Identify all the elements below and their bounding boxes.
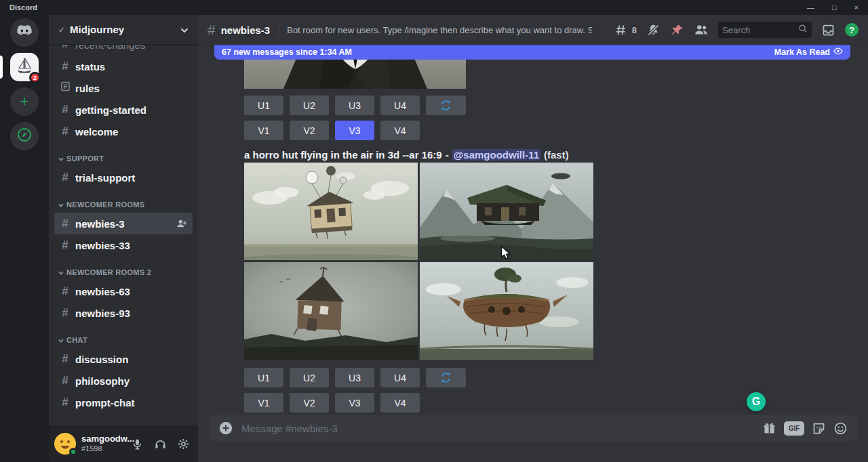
v3-button-active[interactable]: V3 xyxy=(335,121,374,140)
u1-button[interactable]: U1 xyxy=(244,368,283,387)
search-box xyxy=(718,22,812,38)
prompt-dash: - xyxy=(446,149,449,161)
generated-image-grid xyxy=(244,163,593,360)
channel-philosophy[interactable]: # philosophy xyxy=(54,370,193,392)
gift-icon[interactable] xyxy=(762,421,776,436)
hash-icon: # xyxy=(60,285,71,298)
v1-button[interactable]: V1 xyxy=(244,121,283,140)
help-button[interactable]: ? xyxy=(845,23,859,37)
channel-newbies-93[interactable]: # newbies-93 xyxy=(54,302,193,324)
window-titlebar: Discord — □ × xyxy=(0,0,868,15)
threads-icon[interactable] xyxy=(614,23,628,37)
prompt-text: a horro hut flying in the air in 3d --ar… xyxy=(244,149,442,161)
generated-image-3[interactable] xyxy=(244,262,418,360)
channel-discussion[interactable]: # discussion xyxy=(54,348,193,370)
v4-button[interactable]: V4 xyxy=(380,393,420,413)
generated-image-2[interactable] xyxy=(420,163,593,260)
username: samgoodw... xyxy=(81,434,122,444)
channel-recent-changes[interactable]: # recent-changes xyxy=(54,45,193,56)
u3-button[interactable]: U3 xyxy=(335,368,374,387)
chevron-down-icon xyxy=(58,268,64,276)
server-name: Midjourney xyxy=(70,24,124,35)
u4-button[interactable]: U4 xyxy=(380,368,420,387)
channel-newbies-3[interactable]: # newbies-3 xyxy=(54,213,193,234)
plus-icon: + xyxy=(20,94,29,109)
compass-icon xyxy=(16,127,33,146)
u2-button[interactable]: U2 xyxy=(290,368,329,387)
v1-button[interactable]: V1 xyxy=(244,393,283,413)
window-close-button[interactable]: × xyxy=(854,0,859,15)
user-mention[interactable]: @samgoodwill-11 xyxy=(452,149,540,161)
v4-button[interactable]: V4 xyxy=(380,121,420,140)
v3-button[interactable]: V3 xyxy=(335,393,374,413)
server-unread-badge: 2 xyxy=(29,72,41,83)
rules-icon xyxy=(60,81,71,95)
microphone-icon[interactable] xyxy=(127,434,146,453)
member-list-icon[interactable] xyxy=(694,22,709,37)
pinned-messages-icon[interactable] xyxy=(670,23,684,37)
chevron-down-icon xyxy=(58,154,64,163)
section-support[interactable]: SUPPORT xyxy=(49,150,198,167)
u3-button[interactable]: U3 xyxy=(335,96,374,115)
generated-image-4[interactable] xyxy=(420,262,593,360)
explore-servers-button[interactable] xyxy=(10,122,39,150)
discord-home-button[interactable] xyxy=(10,18,39,47)
notifications-muted-icon[interactable] xyxy=(646,23,660,37)
message-composer: GIF xyxy=(209,415,857,441)
eye-icon xyxy=(833,47,843,57)
generation-mode: (fast) xyxy=(544,149,569,161)
reroll-button[interactable] xyxy=(426,96,466,115)
channel-prompt-chat[interactable]: # prompt-chat xyxy=(54,392,193,413)
channel-newbies-63[interactable]: # newbies-63 xyxy=(54,280,193,302)
window-maximize-button[interactable]: □ xyxy=(832,0,837,15)
headphones-icon[interactable] xyxy=(151,434,170,453)
search-input[interactable] xyxy=(722,25,795,35)
chevron-down-icon xyxy=(180,24,189,35)
upscale-button-row-prev: U1 U2 U3 U4 xyxy=(244,96,466,115)
message-input[interactable] xyxy=(241,423,754,434)
inbox-icon[interactable] xyxy=(821,23,835,37)
channel-getting-started[interactable]: # getting-started xyxy=(54,99,193,121)
add-server-button[interactable]: + xyxy=(10,87,39,116)
channel-status[interactable]: # status xyxy=(54,56,193,77)
channel-sidebar: ✓ Midjourney # recent-changes # status r… xyxy=(49,15,198,462)
server-icon-midjourney[interactable]: 2 xyxy=(10,53,39,81)
variation-button-row-prev: V1 V2 V3 V4 xyxy=(244,121,420,140)
message-prompt: a horro hut flying in the air in 3d --ar… xyxy=(244,149,569,161)
channel-title: newbies-3 xyxy=(221,24,271,36)
window-controls: — □ × xyxy=(807,0,859,15)
user-info[interactable]: samgoodw... #1598 xyxy=(81,434,122,453)
emoji-picker-icon[interactable] xyxy=(833,421,848,436)
variation-button-row: V1 V2 V3 V4 xyxy=(244,393,420,413)
section-chat[interactable]: CHAT xyxy=(49,332,198,348)
u4-button[interactable]: U4 xyxy=(380,96,420,115)
mark-as-read-button[interactable]: Mark As Read xyxy=(774,47,843,57)
hash-icon: # xyxy=(60,45,71,51)
channel-newbies-33[interactable]: # newbies-33 xyxy=(54,234,193,256)
chevron-down-icon xyxy=(58,201,64,209)
channel-welcome[interactable]: # welcome xyxy=(54,121,193,142)
section-newcomer-rooms[interactable]: NEWCOMER ROOMS xyxy=(49,196,198,213)
section-newcomer-rooms-2[interactable]: NEWCOMER ROOMS 2 xyxy=(49,264,198,280)
reroll-button[interactable] xyxy=(426,368,466,387)
channel-rules[interactable]: rules xyxy=(54,77,193,99)
hash-icon: # xyxy=(60,374,71,387)
generated-image-1[interactable] xyxy=(244,163,418,260)
v2-button[interactable]: V2 xyxy=(290,393,329,413)
chat-main: # newbies-3 Bot room for new users. Type… xyxy=(198,15,868,462)
channel-topic[interactable]: Bot room for new users. Type /imagine th… xyxy=(287,25,592,35)
u1-button[interactable]: U1 xyxy=(244,96,283,115)
gif-picker-icon[interactable]: GIF xyxy=(784,421,804,436)
create-invite-icon[interactable] xyxy=(176,218,187,229)
v2-button[interactable]: V2 xyxy=(290,121,329,140)
attach-plus-icon[interactable] xyxy=(218,421,233,436)
channel-trial-support[interactable]: # trial-support xyxy=(54,167,193,188)
settings-gear-icon[interactable] xyxy=(174,434,193,453)
sticker-icon[interactable] xyxy=(812,421,826,436)
window-minimize-button[interactable]: — xyxy=(807,0,814,15)
user-avatar[interactable] xyxy=(54,433,76,455)
grammarly-badge[interactable]: G xyxy=(747,392,766,411)
new-messages-bar[interactable]: 67 new messages since 1:34 AM Mark As Re… xyxy=(214,45,850,60)
server-header[interactable]: ✓ Midjourney xyxy=(49,15,198,45)
u2-button[interactable]: U2 xyxy=(290,96,329,115)
